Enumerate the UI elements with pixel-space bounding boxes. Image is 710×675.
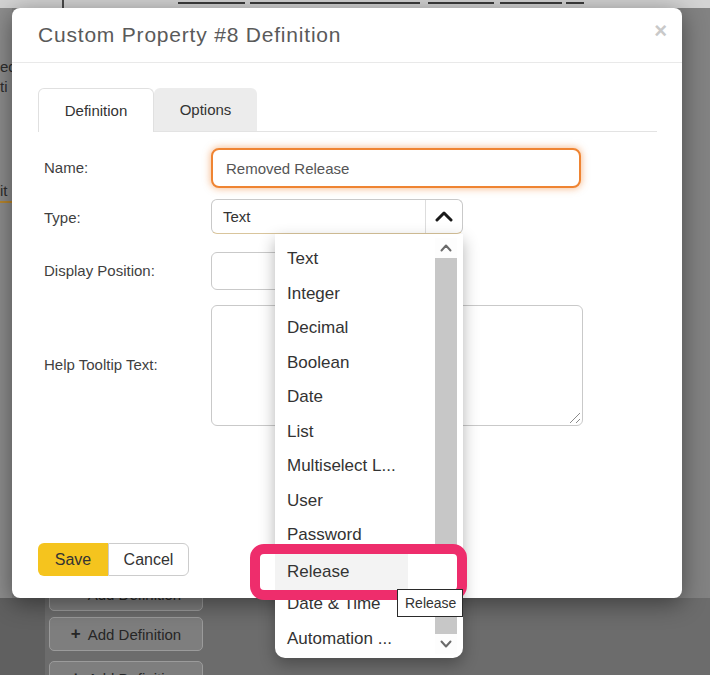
- scroll-up-icon[interactable]: [435, 238, 457, 258]
- dialog-header: Custom Property #8 Definition ×: [12, 8, 682, 63]
- type-combobox[interactable]: Text: [211, 199, 463, 234]
- add-definition-button[interactable]: +Add Definition: [49, 617, 203, 651]
- type-selected-value: Text: [212, 200, 425, 233]
- screen: edtiit +Add Definition+Add Definition+Ad…: [0, 0, 710, 675]
- release-tooltip: Release: [397, 589, 463, 617]
- dropdown-item[interactable]: Date: [275, 380, 433, 415]
- chevron-up-icon[interactable]: [425, 200, 462, 233]
- save-button[interactable]: Save: [38, 543, 108, 576]
- dialog-title: Custom Property #8 Definition: [38, 23, 341, 47]
- dropdown-item[interactable]: Multiselect L...: [275, 449, 433, 484]
- add-definition-button[interactable]: +Add Definition: [49, 661, 203, 675]
- dropdown-item[interactable]: Boolean: [275, 346, 433, 381]
- dropdown-item[interactable]: Automation ...: [275, 622, 433, 657]
- name-label: Name:: [44, 159, 88, 176]
- plus-icon: +: [71, 624, 81, 644]
- resize-handle-icon[interactable]: [567, 410, 580, 423]
- tab-options[interactable]: Options: [154, 88, 257, 131]
- add-definition-label: Add Definition: [88, 670, 181, 675]
- display-position-label: Display Position:: [44, 262, 155, 279]
- dropdown-item-release[interactable]: Release: [275, 554, 408, 590]
- dropdown-item[interactable]: User: [275, 484, 433, 519]
- dropdown-item[interactable]: Integer: [275, 277, 433, 312]
- close-icon[interactable]: ×: [654, 20, 667, 42]
- tab-definition[interactable]: Definition: [38, 88, 154, 132]
- tab-strip: Definition Options: [38, 88, 657, 132]
- dropdown-item[interactable]: List: [275, 415, 433, 450]
- type-label: Type:: [44, 209, 81, 226]
- scroll-down-icon[interactable]: [435, 634, 457, 654]
- dropdown-item[interactable]: Decimal: [275, 311, 433, 346]
- dropdown-item[interactable]: Text: [275, 242, 433, 277]
- name-input[interactable]: [211, 148, 581, 188]
- help-tooltip-label: Help Tooltip Text:: [44, 356, 158, 373]
- cancel-button[interactable]: Cancel: [108, 543, 189, 576]
- add-definition-label: Add Definition: [88, 626, 181, 643]
- plus-icon: +: [71, 668, 81, 675]
